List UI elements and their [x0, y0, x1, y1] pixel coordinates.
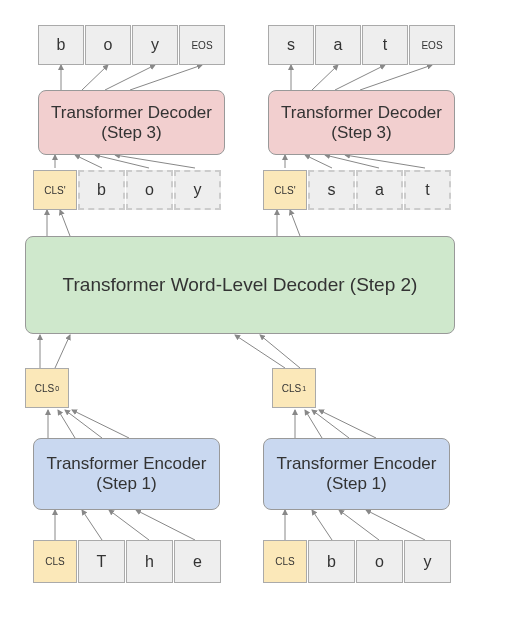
svg-line-35: [136, 510, 195, 540]
input-cls-token: CLS: [33, 540, 77, 583]
input-token: y: [404, 540, 451, 583]
transformer-encoder-left: Transformer Encoder (Step 1): [33, 438, 220, 510]
cls-sub-token-right: CLS1: [272, 368, 316, 408]
svg-line-23: [260, 335, 300, 368]
cls-sub-index: 1: [302, 385, 306, 392]
decoder-input-token: t: [404, 170, 451, 210]
transformer-decoder-step3-right: Transformer Decoder (Step 3): [268, 90, 455, 155]
svg-line-21: [55, 335, 70, 368]
svg-line-27: [72, 410, 129, 438]
transformer-word-level-decoder: Transformer Word-Level Decoder (Step 2): [25, 236, 455, 334]
output-token: s: [268, 25, 314, 65]
output-token-eos: EOS: [409, 25, 455, 65]
output-token-eos: EOS: [179, 25, 225, 65]
decoder-input-token: s: [308, 170, 355, 210]
output-token: o: [85, 25, 131, 65]
svg-line-14: [325, 155, 379, 168]
input-token: o: [356, 540, 403, 583]
svg-line-13: [305, 155, 332, 168]
svg-line-17: [60, 210, 70, 236]
cls-sub-token-left: CLS0: [25, 368, 69, 408]
svg-line-30: [312, 410, 349, 438]
svg-line-10: [95, 155, 149, 168]
svg-line-31: [319, 410, 376, 438]
svg-line-26: [65, 410, 102, 438]
svg-line-39: [366, 510, 425, 540]
svg-line-29: [305, 410, 322, 438]
transformer-encoder-right: Transformer Encoder (Step 1): [263, 438, 450, 510]
svg-line-3: [130, 65, 202, 90]
cls-prime-token: CLS': [33, 170, 77, 210]
cls-sub-label: CLS: [282, 383, 301, 394]
cls-sub-index: 0: [55, 385, 59, 392]
output-token: b: [38, 25, 84, 65]
svg-line-7: [360, 65, 432, 90]
decoder-input-token: a: [356, 170, 403, 210]
svg-line-11: [115, 155, 195, 168]
output-token: a: [315, 25, 361, 65]
svg-line-6: [335, 65, 385, 90]
decoder-input-token: y: [174, 170, 221, 210]
svg-line-5: [312, 65, 338, 90]
svg-line-37: [312, 510, 332, 540]
svg-line-22: [235, 335, 285, 368]
transformer-decoder-step3-left: Transformer Decoder (Step 3): [38, 90, 225, 155]
svg-line-15: [345, 155, 425, 168]
output-token: t: [362, 25, 408, 65]
decoder-input-token: o: [126, 170, 173, 210]
svg-line-34: [109, 510, 149, 540]
diagram-root: b o y EOS s a t EOS Transformer Decoder …: [0, 0, 516, 618]
svg-line-9: [75, 155, 102, 168]
input-token: T: [78, 540, 125, 583]
input-token: h: [126, 540, 173, 583]
output-token: y: [132, 25, 178, 65]
input-cls-token: CLS: [263, 540, 307, 583]
decoder-input-token: b: [78, 170, 125, 210]
svg-line-38: [339, 510, 379, 540]
svg-line-25: [58, 410, 75, 438]
svg-line-1: [82, 65, 108, 90]
cls-prime-token: CLS': [263, 170, 307, 210]
svg-line-33: [82, 510, 102, 540]
cls-sub-label: CLS: [35, 383, 54, 394]
svg-line-19: [290, 210, 300, 236]
input-token: b: [308, 540, 355, 583]
svg-line-2: [105, 65, 155, 90]
input-token: e: [174, 540, 221, 583]
